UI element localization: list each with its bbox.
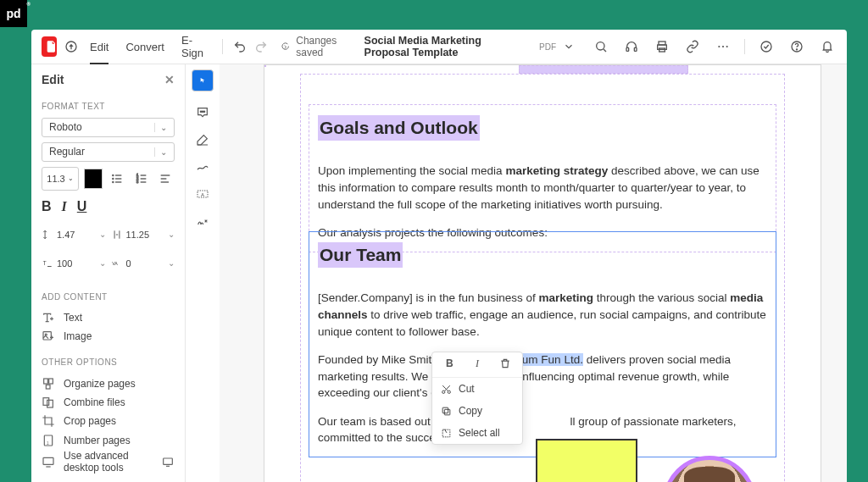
advanced-tools-button[interactable]: Use advanced desktop tools — [42, 450, 175, 474]
line-height-input[interactable]: 1.47⌄ — [42, 223, 106, 247]
comment-tool[interactable] — [192, 102, 214, 124]
team-paragraph-2: Founded by Mike Smith, in 1985, Maximum … — [318, 352, 767, 402]
edit-panel: Edit ✕ FORMAT TEXT Roboto⌄ Regular⌄ 11.3… — [31, 64, 186, 482]
svg-rect-55 — [442, 407, 448, 413]
svg-rect-54 — [444, 409, 450, 415]
panel-title: Edit — [42, 73, 64, 86]
italic-button[interactable]: I — [62, 199, 67, 214]
svg-rect-31 — [43, 332, 51, 340]
svg-text:3: 3 — [136, 180, 139, 184]
font-size-input[interactable]: 11.3⌄ — [42, 167, 79, 191]
svg-rect-3 — [626, 47, 629, 51]
combine-files-button[interactable]: Combine files — [42, 393, 175, 412]
save-status-label: Changes saved — [296, 35, 348, 58]
menu-convert[interactable]: Convert — [125, 41, 164, 53]
adobe-acrobat-icon[interactable] — [42, 36, 57, 57]
svg-point-44 — [200, 111, 201, 112]
ctx-copy[interactable]: Copy — [432, 400, 522, 422]
numbered-list-icon[interactable]: 123 — [132, 169, 151, 189]
textbox-tool[interactable]: A — [192, 183, 214, 205]
svg-rect-35 — [46, 385, 50, 389]
svg-point-1 — [597, 42, 604, 50]
svg-point-9 — [722, 46, 724, 47]
svg-line-2 — [604, 49, 606, 52]
ctx-bold-button[interactable]: B — [441, 357, 458, 372]
svg-rect-4 — [634, 47, 637, 51]
ctx-cut[interactable]: Cut — [432, 378, 522, 400]
organize-pages-button[interactable]: Organize pages — [42, 374, 175, 392]
font-weight-select[interactable]: Regular⌄ — [42, 142, 175, 162]
menu-edit[interactable]: Edit — [90, 41, 108, 53]
sign-tool[interactable] — [192, 210, 214, 232]
home-icon[interactable] — [64, 37, 78, 56]
link-icon[interactable] — [683, 37, 702, 56]
team-paragraph-1: [Sender.Company] is in the fun business … — [318, 290, 767, 340]
pd-logo: pd — [0, 0, 27, 27]
font-family-select[interactable]: Roboto⌄ — [42, 118, 175, 137]
close-icon[interactable]: ✕ — [164, 73, 175, 86]
svg-point-8 — [718, 46, 720, 47]
app-window: Edit Convert E-Sign Changes saved Social… — [31, 30, 847, 482]
font-color-swatch[interactable] — [84, 169, 103, 189]
ctx-select-all[interactable]: Select all — [432, 422, 522, 444]
doc-title[interactable]: Social Media Marketing Proposal Template — [364, 35, 527, 58]
doc-badge: PDF — [539, 42, 556, 52]
bold-button[interactable]: B — [42, 199, 52, 214]
format-text-label: FORMAT TEXT — [42, 102, 175, 111]
goals-heading: Goals and Outlook — [318, 115, 480, 141]
save-status: Changes saved — [281, 35, 349, 58]
svg-text:T: T — [43, 260, 47, 266]
tracking-input[interactable]: VA0⌄ — [111, 252, 175, 275]
svg-rect-42 — [164, 458, 173, 464]
undo-icon[interactable] — [232, 37, 247, 56]
char-spacing-input[interactable]: 11.25⌄ — [111, 223, 175, 247]
goals-block[interactable]: Goals and Outlook Upon implementing the … — [309, 104, 776, 252]
bullet-list-icon[interactable] — [108, 169, 126, 189]
align-icon[interactable] — [156, 169, 175, 189]
print-icon[interactable] — [653, 37, 671, 56]
svg-point-18 — [113, 178, 114, 179]
svg-point-19 — [113, 181, 114, 182]
topbar: Edit Convert E-Sign Changes saved Social… — [31, 30, 847, 64]
svg-rect-33 — [44, 379, 48, 384]
svg-point-46 — [203, 111, 204, 112]
svg-rect-56 — [442, 429, 450, 437]
page: Goals and Outlook Upon implementing the … — [264, 64, 821, 482]
check-icon[interactable] — [757, 37, 776, 56]
bell-icon[interactable] — [818, 37, 837, 56]
highlight-tool[interactable] — [192, 129, 214, 151]
number-pages-button[interactable]: 1Number pages — [42, 431, 175, 450]
horiz-scale-input[interactable]: T100⌄ — [42, 252, 106, 275]
add-content-label: ADD CONTENT — [42, 292, 175, 302]
draw-tool[interactable] — [192, 156, 214, 178]
team-block[interactable]: Our Team [Sender.Company] is in the fun … — [309, 231, 776, 457]
svg-point-11 — [761, 42, 771, 52]
underline-button[interactable]: U — [77, 199, 87, 214]
main: Edit ✕ FORMAT TEXT Roboto⌄ Regular⌄ 11.3… — [31, 64, 847, 482]
vertical-toolbar: A — [186, 64, 220, 482]
add-text-button[interactable]: Text — [42, 308, 175, 327]
crop-pages-button[interactable]: Crop pages — [42, 412, 175, 430]
svg-rect-36 — [43, 398, 49, 406]
search-icon[interactable] — [592, 37, 610, 56]
svg-text:VA: VA — [112, 260, 118, 265]
ctx-italic-button[interactable]: I — [469, 357, 486, 372]
chevron-down-icon[interactable] — [563, 37, 575, 56]
menu-esign[interactable]: E-Sign — [181, 34, 207, 59]
svg-point-17 — [113, 175, 114, 175]
svg-rect-34 — [49, 379, 53, 384]
select-tool[interactable] — [192, 69, 214, 91]
more-icon[interactable] — [714, 37, 732, 56]
svg-text:1: 1 — [47, 441, 49, 446]
ctx-delete-icon[interactable] — [497, 357, 514, 372]
svg-rect-37 — [47, 400, 53, 407]
add-image-button[interactable]: Image — [42, 327, 175, 346]
svg-point-13 — [796, 49, 797, 50]
team-heading: Our Team — [318, 242, 403, 268]
highlight-strip — [519, 65, 688, 74]
redo-icon[interactable] — [253, 37, 268, 56]
help-icon[interactable] — [787, 37, 806, 56]
context-menu: B I Cut Copy Select all — [431, 352, 523, 445]
document-canvas[interactable]: Goals and Outlook Upon implementing the … — [220, 64, 847, 482]
headphones-icon[interactable] — [622, 37, 641, 56]
